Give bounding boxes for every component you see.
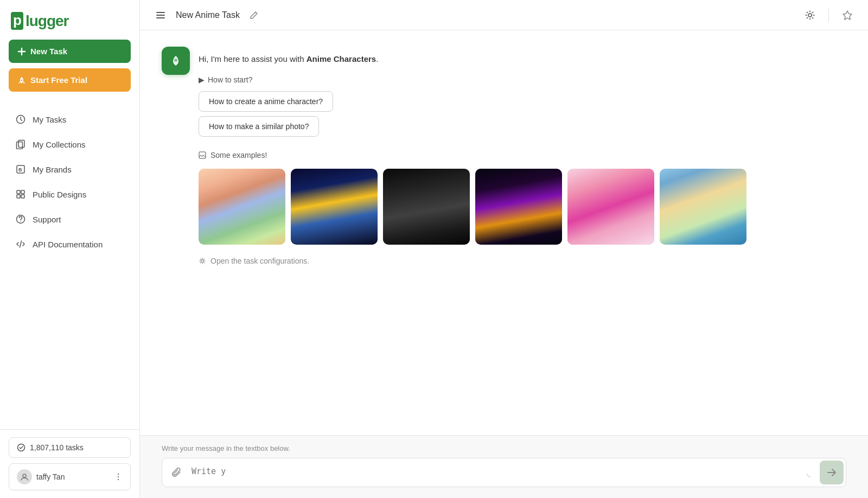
example-image-2 — [291, 169, 378, 245]
sidebar-item-label: Public Designs — [33, 190, 86, 199]
new-task-label: New Task — [30, 47, 67, 56]
sidebar-item-support[interactable]: Support — [4, 207, 135, 232]
svg-rect-6 — [17, 190, 20, 194]
suggestion-label: How to create a anime character? — [209, 97, 323, 106]
menu-button[interactable] — [153, 8, 168, 23]
image-icon — [199, 151, 206, 159]
sidebar-item-my-tasks[interactable]: My Tasks — [4, 107, 135, 132]
examples-title: Some examples! — [199, 150, 746, 161]
top-bar-left: New Anime Task — [153, 8, 260, 23]
svg-point-16 — [118, 479, 119, 480]
settings-button[interactable] — [802, 8, 818, 23]
open-config-link[interactable]: Open the task configurations. — [199, 256, 746, 267]
open-config-text: Open the task configurations. — [210, 256, 309, 267]
menu-icon — [155, 10, 166, 21]
sidebar-item-api-docs[interactable]: API Documentation — [4, 232, 135, 257]
edit-title-button[interactable] — [247, 9, 260, 22]
sidebar-item-public-designs[interactable]: Public Designs — [4, 182, 135, 207]
logo-area: p lugger — [0, 0, 139, 40]
svg-point-11 — [20, 221, 21, 222]
sidebar-item-label: API Documentation — [33, 240, 103, 249]
star-icon — [842, 10, 853, 21]
config-gear-icon — [199, 257, 206, 265]
suggestion-label: How to make a similar photo? — [209, 122, 309, 131]
check-circle-icon — [17, 443, 25, 452]
more-options-icon[interactable] — [114, 473, 123, 481]
svg-rect-8 — [17, 195, 20, 198]
svg-point-17 — [808, 14, 812, 17]
example-image-6 — [660, 169, 746, 245]
how-to-start-text: How to start? — [208, 74, 252, 86]
sidebar-item-label: My Tasks — [33, 115, 66, 124]
sidebar-item-label: My Collections — [33, 140, 86, 149]
assistant-avatar-icon — [168, 53, 184, 69]
greeting-text: Hi, I'm here to assist you with — [199, 54, 307, 63]
sidebar-nav: My Tasks My Collections B My Brands — [0, 103, 139, 429]
example-image-5 — [567, 169, 654, 245]
resize-icon: ⤡ — [806, 472, 811, 480]
start-trial-button[interactable]: Start Free Trial — [9, 68, 131, 92]
app-logo: p lugger — [11, 12, 129, 30]
suggestion-button-2[interactable]: How to make a similar photo? — [199, 116, 319, 137]
sidebar-item-my-brands[interactable]: B My Brands — [4, 157, 135, 182]
assistant-message: Hi, I'm here to assist you with Anime Ch… — [162, 47, 846, 267]
settings-icon — [805, 10, 815, 21]
designs-icon — [15, 189, 26, 200]
user-avatar-icon — [20, 473, 29, 481]
sidebar-footer: 1,807,110 tasks taffy Tan — [0, 429, 139, 498]
example-image-3 — [383, 169, 470, 245]
greeting-bold: Anime Characters — [307, 54, 376, 63]
svg-rect-19 — [199, 152, 206, 158]
paperclip-icon — [172, 468, 182, 477]
input-box: ⤡ — [162, 458, 846, 487]
sidebar-item-my-collections[interactable]: My Collections — [4, 132, 135, 157]
sidebar-item-label: My Brands — [33, 165, 72, 174]
examples-title-text: Some examples! — [210, 150, 267, 161]
send-button[interactable] — [820, 461, 844, 484]
assistant-avatar — [162, 47, 190, 75]
tasks-count-box: 1,807,110 tasks — [9, 437, 131, 458]
clock-icon — [15, 114, 26, 125]
support-icon — [15, 214, 26, 225]
rocket-icon — [17, 76, 26, 85]
svg-rect-2 — [17, 142, 23, 149]
svg-rect-3 — [18, 141, 24, 148]
input-area: Write your message in the textbox below.… — [140, 435, 868, 498]
svg-text:B: B — [18, 167, 22, 173]
collections-icon — [15, 139, 26, 150]
user-box[interactable]: taffy Tan — [9, 463, 131, 490]
svg-point-14 — [118, 474, 119, 475]
suggestion-button-1[interactable]: How to create a anime character? — [199, 91, 333, 112]
avatar — [17, 469, 32, 484]
example-image-1 — [199, 169, 285, 245]
logo-name: lugger — [25, 12, 69, 30]
start-trial-label: Start Free Trial — [30, 75, 87, 85]
logo-icon: p — [11, 12, 23, 30]
examples-section: Some examples! — [199, 150, 746, 245]
api-icon — [15, 239, 26, 250]
plus-icon — [17, 47, 26, 56]
examples-grid — [199, 169, 746, 245]
svg-rect-7 — [21, 190, 24, 194]
user-name: taffy Tan — [36, 473, 110, 481]
new-task-button[interactable]: New Task — [9, 40, 131, 63]
assistant-bubble: Hi, I'm here to assist you with Anime Ch… — [199, 47, 746, 267]
star-button[interactable] — [840, 8, 855, 23]
brands-icon: B — [15, 164, 26, 175]
svg-rect-9 — [21, 195, 24, 198]
top-bar: New Anime Task — [140, 0, 868, 30]
input-hint: Write your message in the textbox below. — [162, 444, 846, 452]
triangle-icon: ▶ — [199, 74, 205, 86]
example-image-4 — [475, 169, 562, 245]
sidebar-item-label: Support — [33, 215, 61, 224]
edit-icon — [250, 11, 258, 20]
attach-button[interactable] — [169, 464, 185, 481]
divider — [828, 9, 829, 22]
sidebar: p lugger New Task Start Free Trial My Ta… — [0, 0, 140, 498]
svg-point-13 — [23, 474, 26, 477]
how-to-start: ▶ How to start? — [199, 74, 746, 86]
svg-point-20 — [201, 260, 204, 263]
svg-point-18 — [174, 59, 177, 62]
svg-point-0 — [21, 79, 23, 81]
chat-input[interactable] — [189, 461, 300, 482]
